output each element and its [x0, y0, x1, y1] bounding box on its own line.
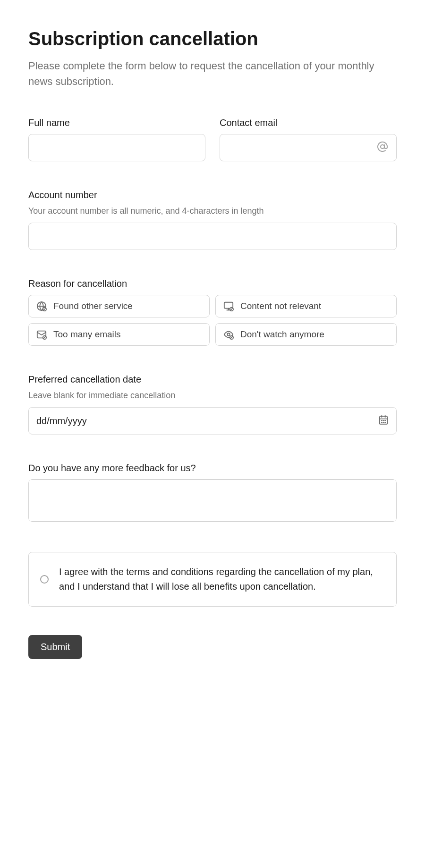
feedback-textarea[interactable] — [28, 479, 397, 522]
full-name-label: Full name — [28, 117, 205, 128]
calendar-icon — [378, 415, 389, 427]
contact-email-input[interactable] — [220, 134, 397, 161]
date-placeholder-text: dd/mm/yyyy — [36, 416, 87, 426]
reason-option-dont-watch[interactable]: Don't watch anymore — [215, 323, 397, 346]
page-subtitle: Please complete the form below to reques… — [28, 58, 397, 89]
submit-button[interactable]: Submit — [28, 635, 82, 659]
monitor-off-icon — [223, 301, 234, 311]
account-number-input[interactable] — [28, 223, 397, 250]
svg-point-24 — [383, 422, 383, 422]
svg-point-23 — [382, 422, 382, 422]
reason-option-found-other[interactable]: Found other service — [28, 295, 210, 317]
mail-off-icon — [36, 329, 47, 340]
feedback-label: Do you have any more feedback for us? — [28, 463, 397, 474]
terms-radio[interactable] — [40, 575, 49, 584]
svg-point-22 — [385, 420, 385, 421]
preferred-date-label: Preferred cancellation date — [28, 374, 397, 385]
svg-point-20 — [382, 420, 382, 421]
reason-option-label: Found other service — [53, 301, 133, 311]
preferred-date-hint: Leave blank for immediate cancellation — [28, 391, 397, 401]
reason-option-too-many-emails[interactable]: Too many emails — [28, 323, 210, 346]
preferred-date-input[interactable]: dd/mm/yyyy — [28, 407, 397, 434]
reason-option-not-relevant[interactable]: Content not relevant — [215, 295, 397, 317]
svg-point-25 — [385, 422, 385, 422]
eye-off-icon — [223, 329, 234, 340]
svg-point-13 — [227, 333, 230, 336]
contact-email-label: Contact email — [220, 117, 397, 128]
reason-option-label: Content not relevant — [240, 301, 321, 311]
account-number-label: Account number — [28, 190, 397, 200]
reason-label: Reason for cancellation — [28, 278, 397, 289]
account-number-hint: Your account number is all numeric, and … — [28, 206, 397, 216]
globe-off-icon — [36, 301, 47, 311]
svg-point-21 — [383, 420, 383, 421]
reason-option-label: Don't watch anymore — [240, 329, 324, 340]
page-title: Subscription cancellation — [28, 28, 397, 50]
terms-box: I agree with the terms and conditions re… — [28, 552, 397, 607]
full-name-input[interactable] — [28, 134, 205, 161]
terms-text: I agree with the terms and conditions re… — [59, 565, 385, 594]
reason-option-label: Too many emails — [53, 329, 121, 340]
